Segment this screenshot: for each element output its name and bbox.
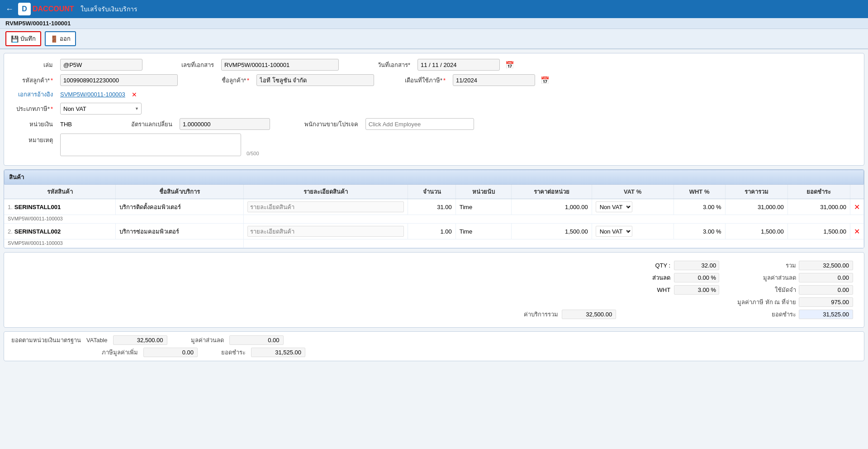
vat-select[interactable]: Non VAT VAT 7%: [596, 201, 632, 212]
vat-select[interactable]: Non VAT VAT 7%: [596, 226, 632, 237]
item-vat[interactable]: Non VAT VAT 7%: [592, 199, 674, 215]
save-button[interactable]: 💾 บันทึก: [5, 31, 41, 46]
save-icon: 💾: [11, 35, 19, 43]
vatable-discount-label: มูลค่าส่วนลด: [191, 335, 224, 345]
wht-pct: 3.00 %: [674, 285, 719, 295]
tax-withheld-value: 975.00: [799, 297, 853, 307]
item-total: 1,500.00: [725, 224, 787, 239]
item-qty: 1.00: [408, 224, 455, 239]
document-number: RVMP5W/00011-100001: [5, 20, 71, 27]
col-name: ชื่อสินค้า/บริการ: [116, 185, 243, 199]
book-label: เล่ม: [11, 60, 57, 70]
total-value: 32,500.00: [799, 261, 853, 270]
vatable-discount-value: 0.00: [229, 335, 284, 345]
detail-input[interactable]: [247, 201, 404, 212]
exchange-rate-label: อัตราแลกเปลี่ยน: [131, 119, 176, 129]
deposit-label: ใช้มัดจำ: [755, 285, 796, 295]
net-pay-value: 31,525.00: [799, 310, 853, 319]
item-vat[interactable]: Non VAT VAT 7%: [592, 224, 674, 239]
table-row: 1.SERINSTALL001 บริการติดตั้งคอมพิวเตอร์…: [4, 199, 864, 215]
customer-code-label: รหัสลูกค้า*: [11, 76, 57, 85]
currency-label: หน่วยเงิน: [11, 119, 57, 129]
qty-label: QTY :: [643, 262, 670, 269]
item-detail[interactable]: [243, 199, 408, 215]
customer-name-input[interactable]: [256, 74, 374, 86]
vatable-net-pay-value: 31,525.00: [251, 348, 305, 357]
service-total-value: 32,500.00: [562, 310, 616, 319]
logo-icon: D: [18, 3, 31, 15]
exit-icon: 🚪: [50, 35, 58, 43]
tax-type-select[interactable]: Non VAT VAT 7% No Tax: [60, 103, 142, 115]
item-delete[interactable]: ✕: [850, 224, 864, 239]
book-input[interactable]: [60, 59, 142, 71]
back-button[interactable]: ←: [5, 5, 14, 14]
item-delete[interactable]: ✕: [850, 199, 864, 215]
vatable-net-pay-label: ยอดชำระ: [221, 348, 246, 357]
ref-doc-label: เอกสารอ้างอิง: [11, 90, 57, 99]
customer-name-label: ชื่อลูกค้า*: [208, 76, 253, 85]
currency-value: THB: [60, 121, 96, 128]
item-detail[interactable]: [243, 224, 408, 239]
discount-amount-label: มูลค่าส่วนลด: [755, 273, 796, 282]
item-price: 1,500.00: [512, 224, 592, 239]
doc-date-calendar-icon[interactable]: 📅: [505, 61, 514, 69]
vatable-value: 32,500.00: [113, 335, 167, 345]
delete-button[interactable]: ✕: [854, 203, 860, 211]
col-code: รหัสสินค้า: [4, 185, 116, 199]
total-label: รวม: [755, 261, 796, 270]
employee-label: พนักงานขาย/โปรเจค: [304, 119, 362, 129]
item-unit: Time: [455, 199, 512, 215]
col-net: ยอดชำระ: [787, 185, 850, 199]
col-vat: VAT %: [592, 185, 674, 199]
service-total-label: ค่าบริการรวม: [517, 310, 558, 319]
col-total: ราคารวม: [725, 185, 787, 199]
col-qty: จำนวน: [408, 185, 455, 199]
table-row: 2.SERINSTALL002 บริการซ่อมคอมพิวเตอร์ 1.…: [4, 224, 864, 239]
exit-button[interactable]: 🚪 ออก: [45, 31, 76, 46]
employee-input[interactable]: [365, 118, 474, 130]
deposit-value: 0.00: [799, 285, 853, 295]
products-table: รหัสสินค้า ชื่อสินค้า/บริการ รายละเอียดส…: [4, 185, 864, 248]
col-detail: รายละเอียดสินค้า: [243, 185, 408, 199]
doc-date-label: วันที่เอกสาร*: [369, 60, 414, 70]
item-net: 1,500.00: [787, 224, 850, 239]
wht-label: WHT: [643, 287, 670, 293]
customer-code-input[interactable]: [60, 74, 178, 86]
ref-doc-link[interactable]: SVMP5W/00011-100003: [60, 91, 125, 98]
discount-label: ส่วนลด: [643, 273, 670, 282]
tax-month-label: เดือนที่ใช้ภาษี*: [404, 76, 449, 85]
vatable-label: VATable: [86, 337, 108, 344]
item-code: 2.SERINSTALL002: [4, 224, 116, 239]
brand-name: DACCOUNT: [33, 5, 74, 13]
exchange-rate-input[interactable]: [180, 118, 270, 130]
doc-no-label: เลขที่เอกสาร: [172, 60, 218, 70]
item-name: บริการซ่อมคอมพิวเตอร์: [116, 224, 243, 239]
char-count: 0/500: [247, 151, 259, 156]
tax-month-calendar-icon[interactable]: 📅: [541, 76, 550, 85]
item-wht: 3.00 %: [674, 224, 725, 239]
item-ref: SVMP5W/00011-100003: [4, 215, 243, 224]
item-total: 31,000.00: [725, 199, 787, 215]
discount-amount-value: 0.00: [799, 273, 853, 282]
extra-label: ภาษีมูลค่าเพิ่ม: [102, 348, 138, 357]
col-price: ราคาต่อหน่วย: [512, 185, 592, 199]
ref-doc-delete-icon[interactable]: ✕: [132, 91, 137, 98]
standard-label: ยอดตามหน่วยเงินมาตรฐาน: [11, 335, 81, 345]
tax-month-input[interactable]: [453, 74, 535, 86]
note-label: หมายเหตุ: [11, 134, 57, 145]
delete-button[interactable]: ✕: [854, 227, 860, 236]
note-textarea[interactable]: [60, 134, 241, 156]
item-price: 1,000.00: [512, 199, 592, 215]
item-wht: 3.00 %: [674, 199, 725, 215]
col-unit: หน่วยนับ: [455, 185, 512, 199]
item-unit: Time: [455, 224, 512, 239]
tax-type-label: ประเภทภาษี*: [11, 104, 57, 114]
discount-pct: 0.00 %: [674, 273, 719, 282]
item-code: 1.SERINSTALL001: [4, 199, 116, 215]
detail-input[interactable]: [247, 226, 404, 237]
table-sub-row: SVMP5W/00011-100003: [4, 239, 864, 248]
doc-no-input[interactable]: [221, 59, 339, 71]
extra-value: 0.00: [143, 348, 198, 357]
item-ref: SVMP5W/00011-100003: [4, 239, 243, 248]
doc-date-input[interactable]: [417, 59, 500, 71]
